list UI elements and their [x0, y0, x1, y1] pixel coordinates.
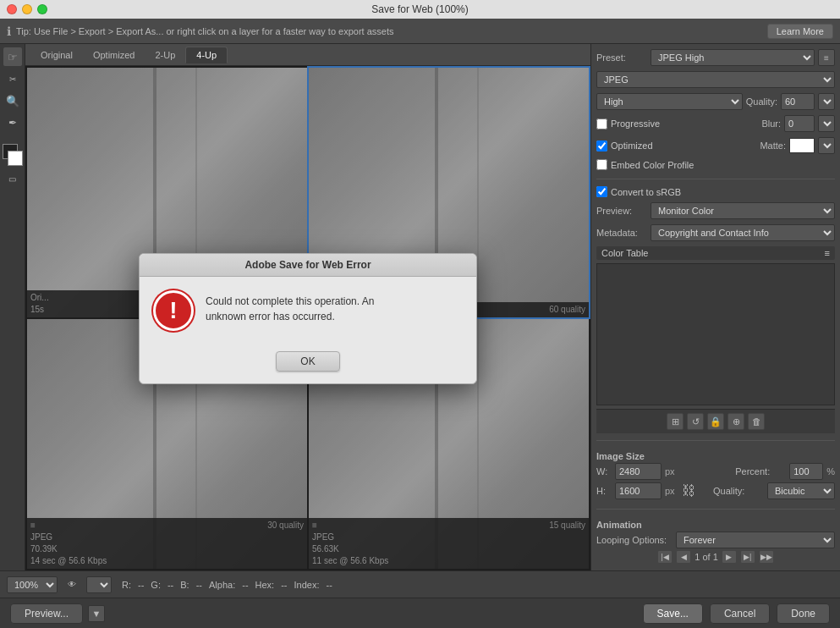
- eyedropper-tool[interactable]: ✒: [3, 113, 22, 132]
- slice-tool[interactable]: ✂: [3, 69, 22, 88]
- zoom-select[interactable]: 100% 50% 200%: [7, 576, 58, 593]
- play-button[interactable]: ▶: [722, 550, 737, 564]
- looping-row: Looping Options: Forever Once: [596, 532, 835, 548]
- height-row: H: px ⛓ Quality: Bicubic Bilinear Neares…: [596, 482, 835, 499]
- pagination-row: |◀ ◀ 1 of 1 ▶ ▶| ▶▶: [596, 550, 835, 564]
- progressive-checkbox[interactable]: [596, 118, 607, 129]
- looping-label: Looping Options:: [596, 535, 673, 545]
- blur-arrow[interactable]: [818, 115, 835, 132]
- tab-optimized[interactable]: Optimized: [83, 47, 145, 63]
- dialog-message: Could not complete this operation. An un…: [206, 290, 374, 324]
- optimized-label: Optimized: [611, 140, 653, 151]
- r-label: R:: [122, 580, 131, 590]
- embed-color-label: Embed Color Profile: [611, 160, 694, 170]
- done-button[interactable]: Done: [777, 603, 830, 624]
- prev-frame-button[interactable]: ◀: [676, 550, 691, 564]
- tip-bar: ℹ Tip: Use File > Export > Export As... …: [0, 19, 840, 44]
- action-bar: Preview... ▼ Save... Cancel Done: [0, 598, 840, 628]
- status-bar: 100% 50% 200% 👁 R: -- G: -- B: -- Alpha:…: [0, 570, 840, 598]
- background-color[interactable]: [8, 151, 23, 166]
- optimized-checkbox[interactable]: [596, 140, 607, 151]
- embed-color-checkbox[interactable]: [596, 159, 607, 170]
- color-table-menu-icon[interactable]: ≡: [825, 248, 830, 258]
- titlebar: Save for Web (100%): [0, 0, 840, 19]
- action-right: Save... Cancel Done: [643, 603, 830, 624]
- color-table-delete-icon[interactable]: 🗑: [748, 413, 765, 430]
- metadata-select[interactable]: Copyright and Contact Info None All: [651, 224, 835, 241]
- preview-arrow[interactable]: [86, 576, 112, 593]
- color-info: R: -- G: -- B: -- Alpha: -- Hex: -- Inde…: [122, 580, 332, 590]
- embed-color-row: Embed Color Profile: [596, 159, 835, 170]
- b-label: B:: [180, 580, 189, 590]
- maximize-button[interactable]: [37, 4, 47, 14]
- g-label: G:: [151, 580, 161, 590]
- preset-menu-button[interactable]: ≡: [818, 49, 835, 66]
- tab-original[interactable]: Original: [30, 47, 83, 63]
- tab-4up[interactable]: 4-Up: [185, 47, 228, 63]
- percent-sign: %: [826, 466, 835, 477]
- quality-dropdown-select[interactable]: Bicubic Bilinear Nearest: [767, 482, 835, 499]
- last-frame-button[interactable]: ▶▶: [759, 550, 774, 564]
- close-button[interactable]: [7, 4, 17, 14]
- image-size-section: Image Size W: px Percent: % H: px ⛓ Qual…: [596, 451, 835, 502]
- minimize-button[interactable]: [22, 4, 32, 14]
- color-table-add-icon[interactable]: ⊕: [727, 413, 744, 430]
- preview-icon[interactable]: 👁: [63, 576, 81, 594]
- progressive-label: Progressive: [611, 118, 660, 129]
- animation-header: Animation: [596, 520, 835, 530]
- learn-more-button[interactable]: Learn More: [767, 24, 833, 39]
- hand-tool[interactable]: ☞: [3, 47, 22, 66]
- preview-select[interactable]: Monitor Color: [651, 202, 835, 219]
- first-frame-button[interactable]: |◀: [657, 550, 673, 564]
- color-table-grid-icon[interactable]: ⊞: [667, 413, 684, 430]
- save-button[interactable]: Save...: [643, 603, 703, 624]
- looping-select[interactable]: Forever Once: [676, 532, 835, 548]
- convert-srgb-checkbox[interactable]: [596, 186, 607, 197]
- width-row: W: px Percent: %: [596, 463, 835, 480]
- quality-arrow-select[interactable]: [818, 93, 835, 110]
- b-value: --: [196, 580, 202, 590]
- hex-label: Hex:: [255, 580, 275, 590]
- color-table-icons: ⊞ ↺ 🔒 ⊕ 🗑: [596, 409, 835, 433]
- matte-swatch[interactable]: [789, 138, 815, 153]
- width-input[interactable]: [615, 463, 662, 480]
- color-table-reload-icon[interactable]: ↺: [687, 413, 704, 430]
- quality-number-input[interactable]: [781, 93, 815, 110]
- divider-1: [596, 179, 835, 179]
- tab-2up[interactable]: 2-Up: [145, 47, 185, 63]
- matte-arrow[interactable]: [818, 137, 835, 154]
- h-px-label: px: [665, 486, 675, 496]
- dialog-body: ! Could not complete this operation. An …: [140, 277, 476, 344]
- browser-select[interactable]: ▼: [88, 605, 105, 622]
- format-select[interactable]: JPEG PNG-8 PNG-24 GIF: [596, 71, 835, 88]
- color-table-label: Color Table: [601, 248, 648, 258]
- cancel-button[interactable]: Cancel: [710, 603, 770, 624]
- right-panel: Preset: JPEG High JPEG Medium JPEG Low ≡…: [590, 44, 840, 570]
- percent-input[interactable]: [789, 463, 823, 480]
- preview-row: Preview: Monitor Color: [596, 202, 835, 219]
- blur-input[interactable]: [784, 115, 815, 132]
- quality-dropdown-label: Quality:: [713, 486, 764, 496]
- format-row: JPEG PNG-8 PNG-24 GIF: [596, 71, 835, 88]
- preview-button[interactable]: Preview...: [10, 603, 83, 624]
- zoom-tool[interactable]: 🔍: [3, 91, 22, 110]
- height-input[interactable]: [615, 482, 662, 499]
- toolbar-left: ☞ ✂ 🔍 ✒ ▭: [0, 44, 25, 570]
- preset-select[interactable]: JPEG High JPEG Medium JPEG Low: [651, 49, 815, 66]
- preview-label: Preview:: [596, 206, 647, 216]
- next-frame-button[interactable]: ▶|: [740, 550, 755, 564]
- color-table-header: Color Table ≡: [596, 246, 835, 260]
- matte-label: Matte:: [760, 140, 786, 151]
- color-table-lock-icon[interactable]: 🔒: [707, 413, 724, 430]
- canvas-area: Ori... 15s 60 quality ≡ 30 quality ≡ JPE…: [25, 66, 590, 570]
- error-icon: !: [153, 290, 194, 331]
- link-icon[interactable]: ⛓: [682, 483, 695, 499]
- r-value: --: [138, 580, 144, 590]
- error-dialog-overlay: Adobe Save for Web Error ! Could not com…: [25, 66, 590, 570]
- frame-tool[interactable]: ▭: [3, 169, 22, 188]
- convert-srgb-row: Convert to sRGB: [596, 186, 835, 197]
- tip-text: Tip: Use File > Export > Export As... or…: [16, 26, 762, 36]
- convert-srgb-label: Convert to sRGB: [611, 187, 681, 197]
- ok-button[interactable]: OK: [276, 351, 339, 372]
- quality-level-select[interactable]: High Low Medium Very High Maximum: [596, 93, 743, 110]
